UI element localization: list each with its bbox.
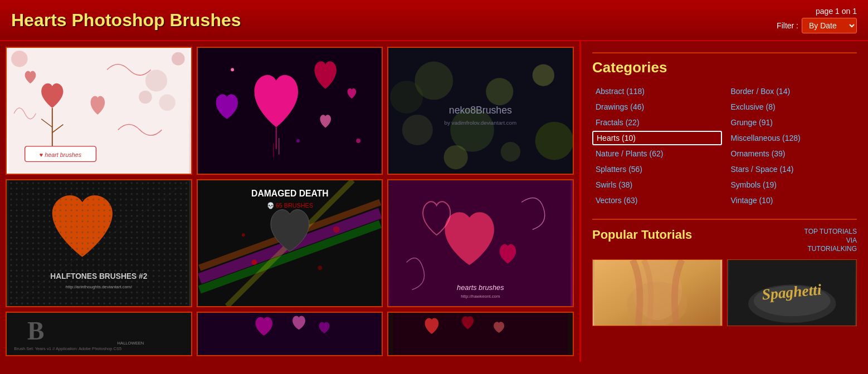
content-area: ♥ heart brushes [0,41,579,362]
grid-item[interactable]: ♥ heart brushes [6,47,192,175]
popular-tutorials-section: Popular Tutorials TOP TUTORIALSVIATUTORI… [592,228,857,326]
svg-point-10 [139,91,152,104]
svg-point-2 [172,52,185,66]
svg-point-28 [501,142,520,161]
categories-title: Categories [592,59,857,76]
cat-vectors[interactable]: Vectors (63) [592,193,722,208]
svg-point-24 [535,122,573,160]
svg-point-1 [11,51,27,67]
popular-tutorials-title: Popular Tutorials [592,228,692,242]
svg-point-29 [391,81,423,114]
svg-text:http://arinthoughts.deviantart: http://arinthoughts.deviantart.com/ [66,284,133,289]
grid-item[interactable]: hearts brushes http://hawkeont.com [387,179,574,307]
page-header: Hearts Photoshop Brushes page 1 on 1 Fil… [0,0,868,41]
svg-point-20 [486,78,513,105]
svg-text:HALLOWEEN: HALLOWEEN [118,341,144,346]
cat-exclusive[interactable]: Exclusive (8) [728,100,857,114]
cat-vintage[interactable]: Vintage (10) [728,193,857,208]
svg-text:HALFTONES BRUSHES #2: HALFTONES BRUSHES #2 [50,272,147,280]
svg-text:Brush Set: Years v1 // Applica: Brush Set: Years v1 // Application: Adob… [14,346,121,351]
svg-point-44 [318,265,322,270]
header-controls: page 1 on 1 Filter : By Date By Name By … [777,7,857,33]
page-title: Hearts Photoshop Brushes [11,10,241,31]
filter-select[interactable]: By Date By Name By Rating [802,18,857,33]
cat-swirls[interactable]: Swirls (38) [592,178,722,192]
svg-point-22 [533,64,554,86]
cat-stars-space[interactable]: Stars / Space (14) [728,162,857,176]
cat-miscellaneous[interactable]: Miscellaneous (128) [728,131,857,145]
image-grid: ♥ heart brushes [6,47,574,307]
top-divider [592,52,857,53]
cat-fractals[interactable]: Fractals (22) [592,115,722,130]
svg-text:by vadimfrolov.deviantart.com: by vadimfrolov.deviantart.com [445,120,517,126]
svg-point-45 [242,233,245,237]
cat-nature-plants[interactable]: Nature / Plants (62) [592,146,722,161]
filter-label: Filter : [777,21,798,30]
cat-symbols[interactable]: Symbols (19) [728,178,857,192]
svg-text:♥ heart brushes: ♥ heart brushes [40,151,82,158]
svg-text:B: B [27,317,44,345]
cat-drawings[interactable]: Drawings (46) [592,100,722,114]
popular-tutorials-header: Popular Tutorials TOP TUTORIALSVIATUTORI… [592,228,857,254]
tutorials-grid: Spaghetti [592,259,857,326]
svg-text:http://hawkeont.com: http://hawkeont.com [461,294,500,299]
cat-splatters[interactable]: Splatters (56) [592,162,722,176]
svg-point-43 [251,259,257,265]
grid-item[interactable]: neko8Brushes by vadimfrolov.deviantart.c… [387,47,574,175]
svg-text:DAMAGED DEATH: DAMAGED DEATH [251,189,329,198]
svg-point-25 [444,145,468,169]
cat-abstract[interactable]: Abstract (118) [592,84,722,99]
svg-text:neko8Brushes: neko8Brushes [449,105,512,116]
cat-border-box[interactable]: Border / Box (14) [728,84,857,99]
cat-grunge[interactable]: Grunge (91) [728,115,857,130]
grid-item[interactable]: B Brush Set: Years v1 // Application: Ad… [6,312,192,356]
grid-item[interactable] [387,312,574,356]
grid-item[interactable]: HALFTONES BRUSHES #2 http://arinthoughts… [6,179,192,307]
svg-point-17 [296,139,300,142]
svg-rect-54 [202,313,377,355]
grid-item[interactable] [197,47,383,175]
sidebar: Categories Abstract (118) Border / Box (… [579,41,868,362]
tutorial-thumb-1[interactable] [592,259,723,326]
grid-item[interactable] [197,312,383,356]
categories-grid: Abstract (118) Border / Box (14) Drawing… [592,84,857,208]
page-info: page 1 on 1 [816,7,857,16]
top-tutorials-link[interactable]: TOP TUTORIALSVIATUTORIALKING [804,228,857,254]
svg-text:💀 65 BRUSHES: 💀 65 BRUSHES [266,201,313,209]
cat-ornaments[interactable]: Ornaments (39) [728,146,857,161]
svg-text:hearts brushes: hearts brushes [457,283,504,292]
grid-item[interactable]: DAMAGED DEATH 💀 65 BRUSHES [197,179,383,307]
svg-point-16 [356,139,360,143]
filter-row: Filter : By Date By Name By Rating [777,18,857,33]
svg-point-8 [145,70,167,91]
tutorial-thumb-2[interactable]: Spaghetti [727,259,857,326]
svg-point-9 [159,95,175,111]
main-container: ♥ heart brushes [0,41,868,362]
svg-rect-55 [393,313,568,355]
svg-point-23 [402,115,433,145]
tutorials-divider [592,219,857,220]
svg-point-15 [231,68,234,71]
svg-point-46 [333,227,340,233]
cat-hearts[interactable]: Hearts (10) [592,131,722,145]
image-grid-partial: B Brush Set: Years v1 // Application: Ad… [6,312,574,356]
